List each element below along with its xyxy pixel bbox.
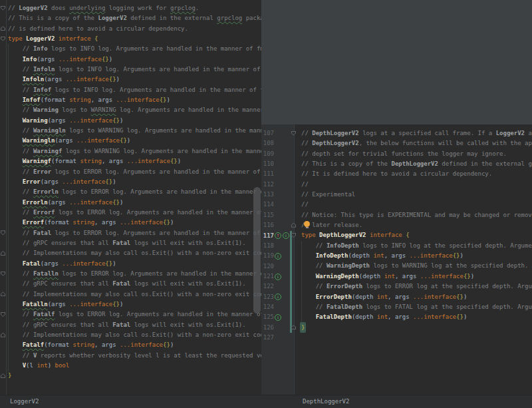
code-line[interactable]: // gRPC ensures that all Fatal logs will… [8,279,261,289]
fold-collapse-icon[interactable] [291,233,296,238]
code-line[interactable]: // [301,200,532,210]
code-line[interactable]: // gRPC ensures that all Fatal logs will… [8,320,261,330]
code-line[interactable]: // DepthLoggerV2, the below functions wi… [301,138,532,148]
line-number[interactable]: 125 [263,312,274,322]
implemented-by-icon[interactable]: ↓ [283,232,289,239]
fold-end-icon[interactable] [291,325,296,329]
implemented-by-icon[interactable]: ↓ [275,314,281,321]
code-line[interactable]: // It is defined here to avoid a circula… [301,169,532,179]
fold-collapse-icon[interactable] [1,272,5,276]
code-line[interactable]: // Errorf logs to ERROR log. Arguments a… [8,208,261,218]
code-line[interactable]: Warningln(args ...interface{}) [8,136,261,146]
code-line[interactable]: // Error logs to ERROR log. Arguments ar… [8,167,261,177]
code-line[interactable]: Info(args ...interface{}) [8,55,261,65]
line-number[interactable]: 111 [263,169,274,179]
line-number[interactable]: 123 [263,292,274,302]
code-line[interactable]: // ErrorDepth logs to ERROR log at the s… [301,282,532,292]
code-line[interactable]: // This is a copy of the LoggerV2 define… [8,13,261,23]
fold-end-icon[interactable] [1,373,5,378]
fold-collapse-icon[interactable] [1,312,5,317]
line-number[interactable]: 121 [263,272,274,282]
code-line[interactable]: // Experimental [301,190,532,200]
code-line[interactable]: // InfoDepth logs to INFO log at the spe… [301,241,532,251]
code-line[interactable]: // LoggerV2 does underlying logging work… [8,3,261,13]
line-number[interactable]: 108 [263,138,274,148]
breadcrumb-right[interactable]: DepthLoggerV2 [303,395,349,408]
code-line[interactable]: // Implementations may also call os.Exit… [8,248,261,258]
code-line[interactable]: // FatalDepth logs to FATAL log at the s… [301,302,532,312]
fold-end-icon[interactable] [1,26,5,31]
implemented-by-icon[interactable]: ↓ [275,274,281,280]
line-number[interactable]: 114 [263,200,274,210]
fold-end-icon[interactable] [1,292,5,296]
code-line[interactable]: // later release. [301,220,532,230]
code-line[interactable]: FatalDepth(depth int, args ...interface{… [301,312,532,322]
code-line[interactable]: Error(args ...interface{}) [8,177,261,187]
code-line[interactable]: Warning(args ...interface{}) [8,116,261,126]
code-line[interactable]: Errorf(format string, args ...interface{… [8,218,261,228]
line-number[interactable]: 112 [263,180,274,190]
code-line[interactable]: // [301,180,532,190]
fold-collapse-icon[interactable] [1,230,5,235]
code-line[interactable]: Fatalf(format string, args ...interface{… [8,340,261,350]
line-number[interactable]: 118 [263,241,274,251]
line-number[interactable]: 124 [263,302,274,312]
line-number[interactable]: 115 [263,210,274,220]
code-line[interactable]: // Infoln logs to INFO log. Arguments ar… [8,65,261,75]
code-line[interactable]: ErrorDepth(depth int, args ...interface{… [301,292,532,302]
line-number[interactable]: 119 [263,251,274,261]
code-line[interactable] [301,333,532,343]
line-number[interactable]: 109 [263,149,274,159]
scrollbar-thumb[interactable] [253,187,261,313]
breadcrumb-left[interactable]: LoggerV2 [10,395,39,408]
fold-end-icon[interactable] [1,333,5,337]
code-line[interactable]: type LoggerV2 interface { [8,34,261,44]
code-line[interactable]: // Implementations may also call os.Exit… [8,290,261,300]
code-line[interactable]: } [8,371,261,381]
code-line[interactable]: // Warning logs to WARNING log. Argument… [8,105,261,115]
code-line[interactable]: // Info logs to INFO log. Arguments are … [8,44,261,54]
implemented-by-icon[interactable]: ↓ [275,294,281,300]
code-line[interactable]: // This is a copy of the DepthLoggerV2 d… [301,159,532,169]
code-line[interactable]: } [301,323,532,333]
code-line[interactable]: // Fatal logs to ERROR log. Arguments ar… [8,228,261,238]
line-number[interactable]: 120 [263,262,274,272]
code-line[interactable]: V(l int) bool [8,361,261,371]
code-line[interactable]: InfoDepth(depth int, args ...interface{}… [301,251,532,261]
code-line[interactable]: // Fatalln logs to ERROR log. Arguments … [8,269,261,279]
code-line[interactable]: // gRPC ensures that all Fatal logs will… [8,238,261,248]
code-line[interactable]: Infof(format string, args ...interface{}… [8,95,261,105]
code-line[interactable]: // Warningf logs to WARNING log. Argumen… [8,146,261,156]
code-line[interactable]: // Implementations may also call os.Exit… [8,330,261,340]
fold-end-icon[interactable] [291,223,296,228]
fold-end-icon[interactable] [1,251,5,256]
code-line[interactable]: type DepthLoggerV2 interface { [301,230,532,240]
implemented-by-icon[interactable]: ↓ [275,253,281,260]
code-line[interactable]: // is defined here to avoid a circular d… [8,24,261,34]
code-line[interactable]: // Warningln logs to WARNING log. Argume… [8,126,261,136]
code-line[interactable]: // Infof logs to INFO log. Arguments are… [8,85,261,95]
fold-collapse-icon[interactable] [291,131,296,136]
code-line[interactable]: // V reports whether verbosity level l i… [8,351,261,361]
line-number[interactable]: 110 [263,159,274,169]
code-line[interactable]: Warningf(format string, args ...interfac… [8,156,261,166]
code-line[interactable]: Errorln(args ...interface{}) [8,198,261,208]
code-line[interactable]: Fatal(args ...interface{}) [8,259,261,269]
code-line[interactable]: // Errorln logs to ERROR log. Arguments … [8,187,261,197]
code-line[interactable]: Infoln(args ...interface{}) [8,75,261,85]
code-line[interactable]: // Notice: This type is EXPERIMENTAL and… [301,210,532,220]
fold-collapse-icon[interactable] [1,37,5,41]
line-number[interactable]: 126 [263,323,274,333]
code-line[interactable]: Fatalln(args ...interface{}) [8,300,261,309]
code-line[interactable]: // WarningDepth logs to WARNING log at t… [301,261,532,271]
line-number[interactable]: 127 [263,333,274,343]
implements-icon[interactable]: ↑ [275,232,281,239]
line-number[interactable]: 117 [263,231,274,241]
fold-collapse-icon[interactable] [1,6,5,11]
code-line[interactable]: WarningDepth(depth int, args ...interfac… [301,272,532,282]
code-line[interactable]: // DepthLoggerV2 logs at a specified cal… [301,128,532,138]
line-number[interactable]: 113 [263,190,274,200]
code-line[interactable]: // Fatalf logs to ERROR log. Arguments a… [8,309,261,319]
line-number[interactable]: 122 [263,282,274,292]
line-number[interactable]: 116 [263,220,274,230]
